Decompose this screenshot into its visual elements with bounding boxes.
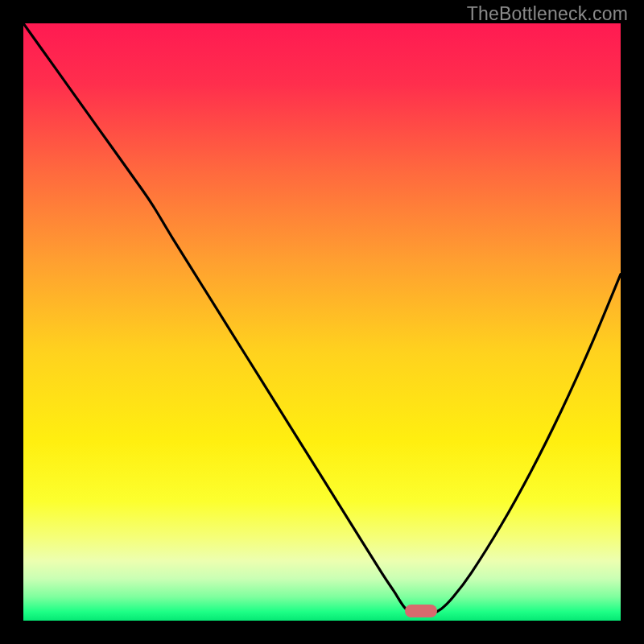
bottleneck-curve	[23, 23, 621, 621]
optimal-marker	[405, 605, 437, 617]
chart-frame: TheBottleneck.com	[0, 0, 644, 644]
plot-area	[23, 23, 621, 621]
watermark-text: TheBottleneck.com	[467, 3, 628, 25]
